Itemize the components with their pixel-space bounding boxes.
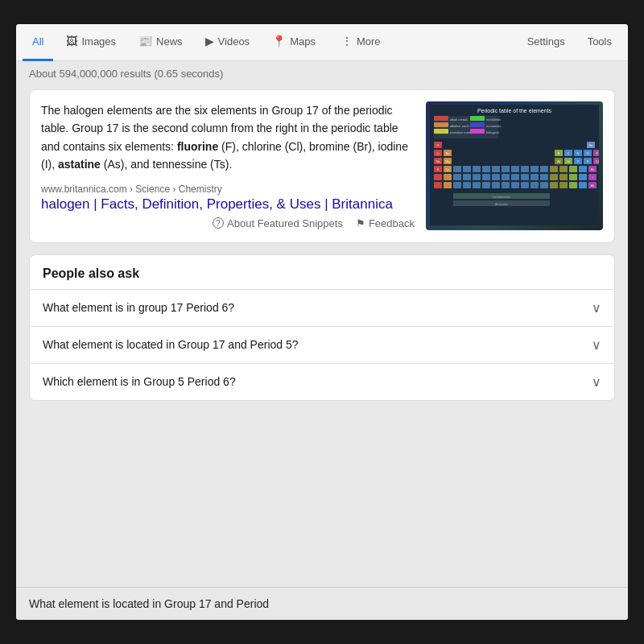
main-content: The halogen elements are the six element… (16, 86, 628, 414)
svg-text:O: O (586, 151, 588, 155)
tabs-bar: All 🖼 Images 📰 News ▶ Videos 📍 Maps ⋮ Mo… (16, 24, 628, 61)
news-icon: 📰 (138, 35, 152, 47)
periodic-table-image: Periodic table of the elements alkali me… (426, 101, 603, 230)
svg-text:H: H (437, 143, 440, 147)
svg-rect-59 (530, 166, 539, 172)
svg-text:Al: Al (557, 159, 560, 163)
more-dots-icon: ⋮ (341, 35, 353, 47)
chevron-down-icon-0: ∨ (592, 300, 601, 316)
settings-tools-group: Settings Tools (518, 24, 621, 61)
svg-rect-62 (559, 166, 568, 172)
svg-rect-55 (492, 166, 500, 172)
svg-rect-98 (559, 182, 568, 188)
svg-rect-70 (463, 174, 471, 180)
svg-rect-86 (444, 182, 452, 188)
images-icon: 🖼 (66, 35, 77, 47)
svg-rect-53 (473, 166, 481, 172)
svg-text:Periodic table of the elements: Periodic table of the elements (477, 108, 552, 114)
svg-rect-64 (579, 166, 587, 172)
svg-rect-85 (434, 182, 442, 188)
svg-rect-80 (559, 174, 568, 180)
svg-text:alkali metals: alkali metals (450, 118, 468, 122)
svg-rect-51 (453, 166, 461, 172)
svg-rect-67 (434, 174, 442, 180)
svg-rect-60 (540, 166, 548, 172)
settings-label: Settings (527, 35, 565, 47)
svg-rect-78 (540, 174, 548, 180)
svg-text:C: C (568, 151, 570, 155)
paa-item-1[interactable]: What element is located in Group 17 and … (30, 326, 614, 363)
svg-rect-89 (473, 182, 481, 188)
svg-rect-76 (521, 174, 529, 180)
svg-rect-77 (530, 174, 539, 180)
svg-text:transition metals: transition metals (450, 130, 473, 134)
feedback-label: Feedback (369, 217, 415, 229)
svg-rect-56 (502, 166, 510, 172)
snippet-text-part3: (As), and tennessine (Ts). (101, 158, 232, 171)
svg-rect-72 (482, 174, 490, 180)
svg-text:metalloids: metalloids (486, 118, 501, 122)
svg-rect-92 (502, 182, 510, 188)
tools-label: Tools (588, 35, 612, 47)
tab-videos-label: Videos (218, 35, 250, 47)
svg-text:S: S (587, 159, 589, 163)
bottom-question-text: What element is located in Group 17 and … (29, 597, 269, 610)
svg-text:B: B (558, 151, 560, 155)
svg-rect-57 (511, 166, 519, 172)
svg-text:Lanthanides: Lanthanides (493, 195, 510, 199)
svg-text:Ca: Ca (445, 167, 450, 171)
svg-rect-68 (444, 174, 452, 180)
snippet-footer: ? About Featured Snippets ⚑ Feedback (41, 213, 415, 231)
svg-rect-87 (453, 182, 461, 188)
paa-question-2: Which element is in Group 5 Period 6? (43, 375, 236, 388)
svg-rect-63 (569, 166, 577, 172)
tab-news[interactable]: 📰 News (129, 24, 192, 61)
svg-text:halogens: halogens (486, 130, 499, 134)
svg-text:Na: Na (436, 159, 440, 163)
featured-snippet-card: The halogen elements are the six element… (29, 89, 615, 243)
source-url: www.britannica.com › Science › Chemistry (41, 184, 415, 195)
svg-rect-97 (550, 182, 558, 188)
periodic-table-svg: Periodic table of the elements alkali me… (430, 105, 599, 225)
snippet-bold-fluorine: fluorine (177, 140, 218, 153)
tab-more[interactable]: ⋮ More (332, 24, 390, 61)
feedback-button[interactable]: ⚑ Feedback (356, 217, 415, 229)
tab-more-label: More (357, 35, 381, 47)
svg-rect-11 (470, 122, 485, 127)
svg-rect-13 (470, 129, 485, 134)
tab-images[interactable]: 🖼 Images (56, 24, 126, 61)
svg-text:nonmetals: nonmetals (486, 124, 501, 128)
svg-text:He: He (588, 143, 593, 147)
chevron-down-icon-2: ∨ (592, 374, 601, 390)
svg-text:Li: Li (436, 151, 439, 155)
svg-rect-81 (569, 174, 577, 180)
tab-all[interactable]: All (23, 24, 53, 61)
svg-text:Cl: Cl (596, 159, 599, 163)
svg-rect-100 (579, 182, 587, 188)
source-title-link[interactable]: halogen | Facts, Definition, Properties,… (41, 196, 393, 212)
svg-rect-75 (511, 174, 519, 180)
tab-maps[interactable]: 📍 Maps (262, 24, 325, 61)
paa-question-1: What element is located in Group 17 and … (43, 338, 299, 351)
tab-news-label: News (156, 35, 183, 47)
svg-rect-82 (579, 174, 587, 180)
screen: All 🖼 Images 📰 News ▶ Videos 📍 Maps ⋮ Mo… (16, 24, 628, 620)
snippet-text: The halogen elements are the six element… (41, 101, 415, 174)
tab-maps-label: Maps (290, 35, 316, 47)
paa-item-0[interactable]: What element is in group 17 Period 6? ∨ (30, 289, 614, 326)
about-snippets-button[interactable]: ? About Featured Snippets (213, 217, 343, 229)
tab-all-label: All (32, 35, 43, 47)
snippet-bold-astatine: astatine (58, 158, 101, 171)
svg-rect-91 (492, 182, 500, 188)
svg-rect-73 (492, 174, 500, 180)
svg-rect-95 (530, 182, 539, 188)
tab-videos[interactable]: ▶ Videos (196, 24, 260, 61)
paa-item-2[interactable]: Which element is in Group 5 Period 6? ∨ (30, 363, 614, 400)
paa-title: People also ask (30, 255, 614, 289)
settings-button[interactable]: Settings (518, 24, 575, 61)
svg-rect-9 (470, 116, 485, 121)
chevron-down-icon-1: ∨ (592, 337, 601, 353)
tools-button[interactable]: Tools (578, 24, 621, 61)
svg-rect-93 (511, 182, 519, 188)
snippet-body: The halogen elements are the six element… (41, 101, 415, 231)
